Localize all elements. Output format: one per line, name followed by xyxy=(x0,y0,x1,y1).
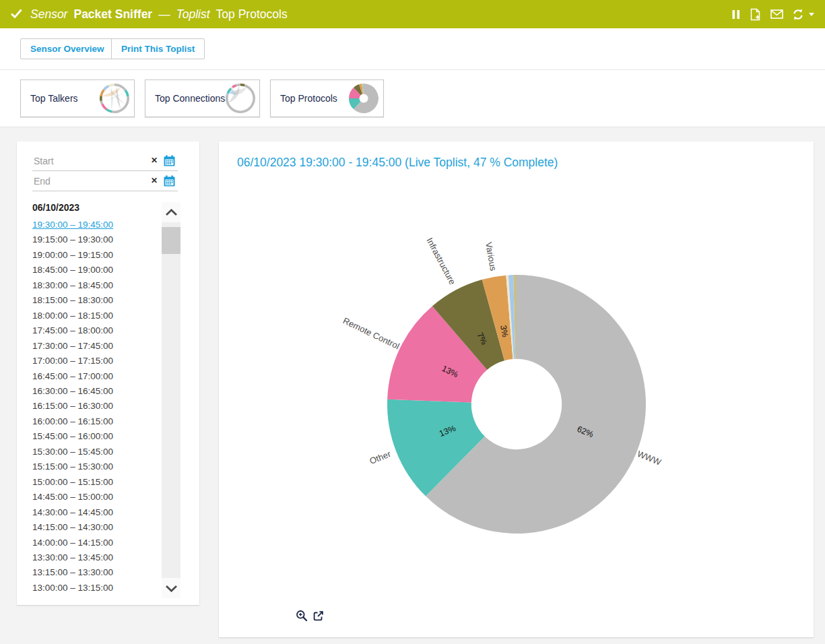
timelist-item[interactable]: 15:00:00 – 15:15:00 xyxy=(32,475,162,490)
timelist-item[interactable]: 19:00:00 – 19:15:00 xyxy=(32,248,162,263)
timelist-item[interactable]: 14:00:00 – 14:15:00 xyxy=(32,536,162,550)
page-title: Top Protocols xyxy=(216,7,288,22)
ring-segment xyxy=(106,108,112,113)
pie-slice-label: Various xyxy=(484,241,498,272)
timelist-item[interactable]: 19:15:00 – 19:30:00 xyxy=(32,232,162,247)
breadcrumb: Sensor Packet Sniffer — Toplist Top Prot… xyxy=(11,7,288,22)
prtg-toplist-page: Sensor Packet Sniffer — Toplist Top Prot… xyxy=(0,0,825,644)
tab-label: Top Protocols xyxy=(280,93,337,104)
ring-segment xyxy=(100,96,102,101)
zoom-in-icon[interactable] xyxy=(296,610,308,622)
breadcrumb-kind-sensor: Sensor xyxy=(30,7,67,22)
end-date-input[interactable] xyxy=(32,171,133,189)
ring-segment xyxy=(100,89,104,96)
time-filter-panel: ✕ ✕ xyxy=(17,141,199,605)
timelist-item[interactable]: 14:15:00 – 14:30:00 xyxy=(32,520,162,535)
timelist-item[interactable]: 17:00:00 – 17:15:00 xyxy=(32,354,162,368)
tab-top-talkers[interactable]: Top Talkers xyxy=(20,79,135,117)
chord-diagram-icon xyxy=(99,83,130,114)
scrollbar-thumb[interactable] xyxy=(162,227,180,254)
calendar-icon[interactable] xyxy=(164,175,175,189)
pie-slice-label: Other xyxy=(368,449,393,466)
timelist-item[interactable]: 18:15:00 – 18:30:00 xyxy=(32,293,162,308)
tab-label: Top Connections xyxy=(155,93,225,104)
pie-slice-label: Infrastructure xyxy=(424,236,457,286)
ring-segment xyxy=(236,84,240,87)
toplist-interval-title: 06/10/2023 19:30:00 - 19:45:00 (Live Top… xyxy=(237,156,558,170)
top-protocols-donut-chart: 62%WWW13%Other13%Remote Control7%Infrast… xyxy=(296,228,741,585)
page-header: Sensor Packet Sniffer — Toplist Top Prot… xyxy=(0,0,825,28)
timelist-item[interactable]: 17:45:00 – 18:00:00 xyxy=(32,323,162,338)
timelist-item[interactable]: 18:45:00 – 19:00:00 xyxy=(32,263,162,278)
timelist-item[interactable]: 16:30:00 – 16:45:00 xyxy=(32,384,162,399)
chart-footer xyxy=(296,610,324,622)
timelist-item[interactable]: 18:30:00 – 18:45:00 xyxy=(32,278,162,293)
header-actions xyxy=(732,8,814,21)
sensor-name-link[interactable]: Packet Sniffer xyxy=(73,7,152,22)
timelist-item[interactable]: 16:15:00 – 16:30:00 xyxy=(32,399,162,414)
start-date-row: ✕ xyxy=(32,151,178,171)
interval-items: 19:30:00 – 19:45:0019:15:00 – 19:30:0019… xyxy=(32,218,162,595)
ring-segment xyxy=(112,96,129,113)
ring-segment xyxy=(103,85,109,90)
clear-start-icon[interactable]: ✕ xyxy=(151,156,158,165)
timelist-item[interactable]: 15:30:00 – 15:45:00 xyxy=(32,445,162,459)
add-report-icon[interactable] xyxy=(749,8,762,21)
refresh-icon[interactable] xyxy=(792,9,804,20)
clear-end-icon[interactable]: ✕ xyxy=(151,176,158,185)
timelist-item[interactable]: 14:45:00 – 15:00:00 xyxy=(32,490,162,505)
end-date-row: ✕ xyxy=(32,171,178,191)
pie-slice-label: Remote Control xyxy=(341,315,401,351)
toolbar: Sensor Overview Print This Toplist xyxy=(0,28,825,70)
ring-segment xyxy=(240,84,245,87)
ring-segment xyxy=(101,104,107,110)
donut-chart-icon xyxy=(348,83,379,114)
tab-top-connections[interactable]: Top Connections xyxy=(145,79,260,117)
pause-icon[interactable] xyxy=(732,9,740,20)
timelist-item[interactable]: 13:15:00 – 13:30:00 xyxy=(32,565,162,580)
interval-list-scrollbar xyxy=(162,202,180,598)
print-toplist-button[interactable]: Print This Toplist xyxy=(111,38,205,59)
open-external-icon[interactable] xyxy=(312,610,324,622)
dropdown-caret-icon[interactable] xyxy=(813,13,814,16)
scroll-down-icon[interactable] xyxy=(162,578,180,598)
tab-label: Top Talkers xyxy=(30,93,78,104)
breadcrumb-separator: — xyxy=(158,7,170,22)
interval-list-date: 06/10/2023 xyxy=(32,202,162,213)
timelist-item[interactable]: 18:00:00 – 18:15:00 xyxy=(32,309,162,323)
timelist-item[interactable]: 17:30:00 – 17:45:00 xyxy=(32,339,162,354)
chord-diagram-icon xyxy=(225,83,256,114)
pie-slice-label: WWW xyxy=(636,449,663,468)
timelist-item[interactable]: 16:45:00 – 17:00:00 xyxy=(32,369,162,384)
timelist-item[interactable]: 15:45:00 – 16:00:00 xyxy=(32,429,162,444)
timelist-item-selected[interactable]: 19:30:00 – 19:45:00 xyxy=(32,218,162,232)
status-check-icon xyxy=(11,7,22,22)
toplist-chart-panel: 06/10/2023 19:30:00 - 19:45:00 (Live Top… xyxy=(219,141,814,637)
start-date-input[interactable] xyxy=(32,151,133,169)
timelist-item[interactable]: 13:00:00 – 13:15:00 xyxy=(32,581,162,595)
timelist-item[interactable]: 16:00:00 – 16:15:00 xyxy=(32,414,162,429)
scroll-up-icon[interactable] xyxy=(162,202,180,222)
timelist-item[interactable]: 15:15:00 – 15:30:00 xyxy=(32,459,162,474)
ring-segment xyxy=(125,90,129,97)
tab-top-protocols[interactable]: Top Protocols xyxy=(270,79,384,117)
calendar-icon[interactable] xyxy=(164,155,175,169)
interval-list: 06/10/2023 19:30:00 – 19:45:0019:15:00 –… xyxy=(32,202,162,595)
timelist-item[interactable]: 13:30:00 – 13:45:00 xyxy=(32,550,162,565)
breadcrumb-kind-toplist: Toplist xyxy=(176,7,210,22)
email-icon[interactable] xyxy=(770,9,783,19)
timelist-item[interactable]: 14:30:00 – 14:45:00 xyxy=(32,505,162,520)
toplist-tabs: Top Talkers Top Connections Top Protocol… xyxy=(0,70,825,127)
sensor-overview-button[interactable]: Sensor Overview xyxy=(20,38,114,59)
